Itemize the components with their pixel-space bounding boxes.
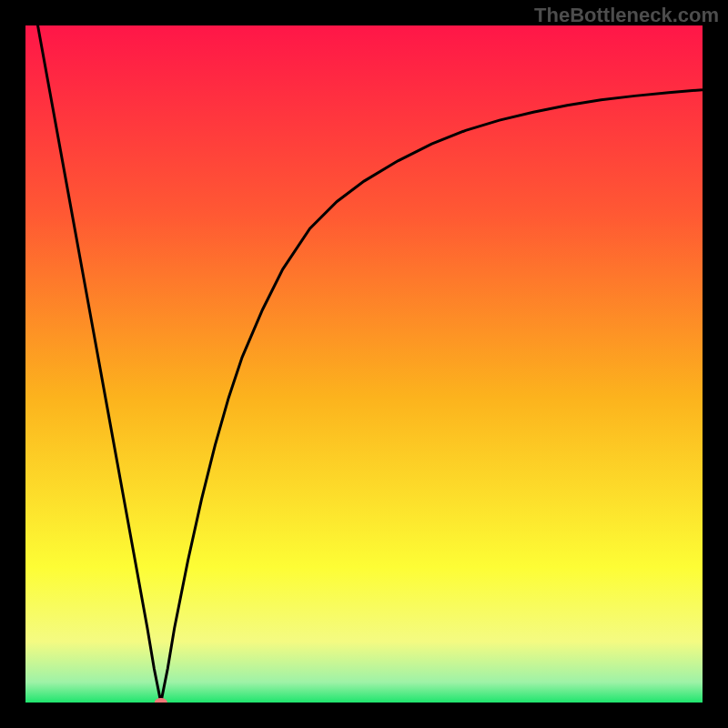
- plot-background: [25, 25, 703, 703]
- attribution-watermark: TheBottleneck.com: [534, 4, 719, 27]
- chart-frame: TheBottleneck.com: [0, 0, 728, 728]
- plot-area: [25, 25, 703, 703]
- chart-svg: [25, 25, 703, 703]
